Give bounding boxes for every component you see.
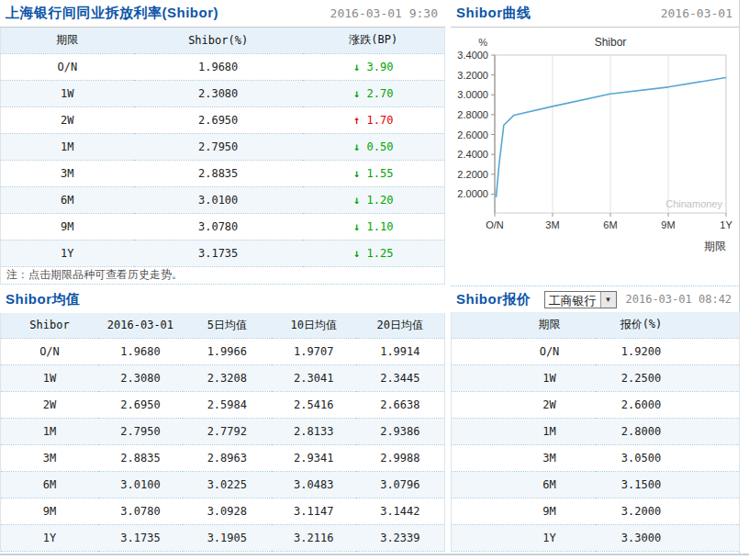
table-row: 3M2.8835↓ 1.55 [1, 160, 445, 186]
value-cell: 3.1735 [98, 525, 183, 552]
rate-cell: 2.8835 [134, 160, 303, 186]
term-cell[interactable]: O/N [1, 53, 134, 80]
value-cell: 2.3445 [356, 365, 445, 392]
value-cell: 3.0796 [356, 472, 445, 498]
term-cell: 6M [452, 471, 596, 498]
right-column: Shibor曲线 2016-03-01 2.00002.20002.40002.… [451, 0, 740, 554]
table-row: 9M3.0780↓ 1.10 [1, 213, 445, 240]
change-down-arrow-icon: ↓ [353, 167, 360, 180]
quotes-panel-timestamp: 2016-03-01 08:42 [626, 293, 732, 306]
table-row: 1W2.2500 [452, 364, 740, 391]
rates-col-shibor: Shibor(%) [134, 28, 303, 53]
value-cell: 2.9988 [356, 445, 445, 472]
term-cell[interactable]: 2W [1, 106, 134, 133]
main-content: 上海银行间同业拆放利率(Shibor) 2016-03-01 9:30 期限 S… [0, 0, 740, 554]
value-cell: 1.9680 [98, 339, 183, 365]
value-cell: 2.9341 [272, 445, 356, 472]
value-cell: 2.5416 [272, 392, 356, 419]
term-cell: 1W [1, 365, 98, 392]
rates-panel-title: 上海银行间同业拆放利率(Shibor) [6, 5, 218, 22]
bank-select-value: 工商银行 [545, 292, 600, 308]
table-row: 3M3.0500 [452, 444, 740, 471]
chevron-down-icon[interactable]: ▼ [600, 292, 616, 308]
table-row: O/N1.96801.99661.97071.9914 [1, 339, 445, 365]
change-cell: ↓ 1.25 [303, 240, 445, 266]
term-cell: 1W [452, 364, 596, 391]
table-row: 6M3.01003.02253.04833.0796 [1, 472, 445, 498]
term-cell: 3M [1, 445, 98, 472]
means-col-5d: 5日均值 [183, 313, 272, 339]
watermark: Chinamoney [665, 198, 722, 209]
rate-cell: 3.1735 [134, 240, 303, 266]
means-col-10d: 10日均值 [272, 313, 356, 339]
value-cell: 1.9966 [183, 339, 272, 365]
value-cell: 2.2500 [596, 364, 740, 391]
means-panel-header: Shibor均值 [0, 285, 445, 313]
value-cell: 3.0780 [98, 498, 183, 525]
table-row: 1Y3.1735↓ 1.25 [1, 240, 445, 266]
value-cell: 3.1147 [272, 498, 356, 525]
value-cell: 2.3208 [183, 365, 272, 392]
change-down-arrow-icon: ↓ [353, 194, 360, 207]
bank-select[interactable]: 工商银行 ▼ [544, 291, 617, 308]
term-cell[interactable]: 1Y [1, 240, 134, 266]
quotes-col-quote: 报价(%) [596, 312, 740, 338]
term-cell[interactable]: 1W [1, 80, 134, 106]
table-row: 1W2.30802.32082.30412.3445 [1, 365, 445, 392]
term-cell[interactable]: 3M [1, 160, 134, 186]
change-down-arrow-icon: ↓ [353, 61, 360, 73]
table-row: 2W2.6950↑ 1.70 [1, 106, 445, 133]
rates-col-term: 期限 [1, 28, 134, 53]
quotes-table: 期限 报价(%) O/N1.92001W2.25002W2.60001M2.80… [451, 312, 740, 552]
value-cell: 3.2116 [272, 525, 356, 552]
value-cell: 3.0928 [183, 498, 272, 525]
curve-panel-title: Shibor曲线 [456, 5, 531, 22]
value-cell: 3.1905 [183, 525, 272, 552]
change-cell: ↓ 1.55 [303, 160, 445, 186]
table-row: 9M3.07803.09283.11473.1442 [1, 498, 445, 525]
table-row: 1Y3.17353.19053.21163.2339 [1, 525, 445, 552]
table-row: 6M3.0100↓ 1.20 [1, 186, 445, 213]
value-cell: 2.8133 [272, 419, 356, 445]
rate-cell: 2.6950 [134, 106, 303, 133]
term-cell: 1Y [452, 524, 596, 551]
table-row: 1M2.8000 [452, 418, 740, 444]
table-row: 2W2.69502.59842.54162.6638 [1, 392, 445, 419]
change-cell: ↓ 2.70 [303, 80, 445, 106]
value-cell: 3.0483 [272, 472, 356, 498]
value-cell: 1.9200 [596, 338, 740, 364]
curve-panel-date: 2016-03-01 [661, 6, 732, 20]
left-column: 上海银行间同业拆放利率(Shibor) 2016-03-01 9:30 期限 S… [0, 0, 445, 554]
rates-panel-header: 上海银行间同业拆放利率(Shibor) 2016-03-01 9:30 [0, 0, 445, 28]
rates-panel-timestamp: 2016-03-01 9:30 [330, 6, 438, 20]
bottom-divider [0, 554, 749, 555]
means-table: Shibor 2016-03-01 5日均值 10日均值 20日均值 O/N1.… [0, 313, 445, 553]
change-down-arrow-icon: ↓ [353, 87, 360, 100]
means-table-header-row: Shibor 2016-03-01 5日均值 10日均值 20日均值 [1, 313, 445, 339]
value-cell: 3.2339 [356, 525, 445, 552]
rate-cell: 3.0780 [134, 213, 303, 240]
value-cell: 1.9707 [272, 339, 356, 365]
shibor-curve-svg: 2.00002.20002.40002.60002.80003.00003.20… [451, 31, 740, 279]
quotes-table-header-row: 期限 报价(%) [452, 312, 740, 338]
means-panel-title: Shibor均值 [6, 291, 81, 308]
rate-cell: 1.9680 [134, 53, 303, 80]
term-cell[interactable]: 6M [1, 186, 134, 213]
rate-cell: 2.7950 [134, 133, 303, 160]
change-down-arrow-icon: ↓ [353, 220, 360, 233]
term-cell[interactable]: 1M [1, 133, 134, 160]
means-col-date: 2016-03-01 [98, 313, 183, 339]
value-cell: 2.8835 [98, 445, 183, 472]
term-cell[interactable]: 9M [1, 213, 134, 240]
change-cell: ↓ 1.10 [303, 213, 445, 240]
term-cell: O/N [452, 338, 596, 364]
value-cell: 3.3000 [596, 524, 740, 551]
change-down-arrow-icon: ↓ [353, 247, 360, 260]
y-tick-label: 2.6000 [457, 129, 488, 140]
value-cell: 3.2000 [596, 498, 740, 524]
table-row: 1M2.79502.77922.81332.9386 [1, 419, 445, 445]
value-cell: 2.8000 [596, 418, 740, 444]
value-cell: 3.0500 [596, 444, 740, 471]
y-tick-label: 3.4000 [457, 50, 488, 61]
x-axis-title: 期限 [704, 240, 726, 252]
